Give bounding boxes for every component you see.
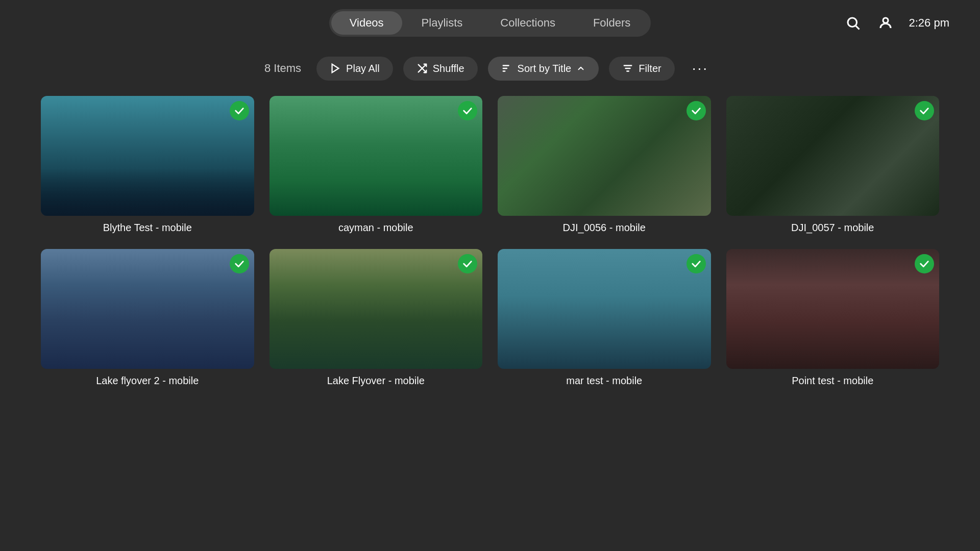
tab-folders[interactable]: Folders bbox=[575, 11, 649, 35]
video-title-dji57: DJI_0057 - mobile bbox=[791, 222, 874, 234]
svg-point-0 bbox=[848, 18, 857, 27]
filter-button[interactable]: Filter bbox=[609, 57, 674, 81]
video-item-blythe[interactable]: Blythe Test - mobile bbox=[41, 96, 254, 234]
video-item-martest[interactable]: mar test - mobile bbox=[498, 249, 711, 387]
svg-marker-3 bbox=[332, 64, 339, 73]
video-item-cayman[interactable]: cayman - mobile bbox=[270, 96, 483, 234]
video-item-lakeflyover[interactable]: Lake Flyover - mobile bbox=[270, 249, 483, 387]
more-options-button[interactable]: ··· bbox=[685, 56, 716, 81]
video-thumb-cayman bbox=[270, 96, 483, 216]
video-thumb-lake2 bbox=[41, 249, 254, 369]
toolbar: 8 Items Play All Shuffle Sort by Title F… bbox=[0, 46, 980, 96]
video-thumb-lakeflyover bbox=[270, 249, 483, 369]
check-badge-martest bbox=[687, 254, 706, 273]
video-item-dji56[interactable]: DJI_0056 - mobile bbox=[498, 96, 711, 234]
check-badge-dji56 bbox=[687, 101, 706, 120]
svg-line-1 bbox=[855, 26, 859, 30]
shuffle-button[interactable]: Shuffle bbox=[403, 57, 478, 81]
check-badge-dji57 bbox=[915, 101, 934, 120]
video-title-blythe: Blythe Test - mobile bbox=[103, 222, 192, 234]
user-button[interactable] bbox=[876, 14, 895, 32]
check-badge-lakeflyover bbox=[458, 254, 477, 273]
check-badge-lake2 bbox=[230, 254, 249, 273]
items-count: 8 Items bbox=[264, 62, 301, 75]
top-right-controls: 2:26 pm bbox=[844, 14, 950, 32]
video-item-dji57[interactable]: DJI_0057 - mobile bbox=[726, 96, 940, 234]
tab-collections[interactable]: Collections bbox=[482, 11, 574, 35]
check-badge-blythe bbox=[230, 101, 249, 120]
video-thumb-blythe bbox=[41, 96, 254, 216]
video-title-pointtest: Point test - mobile bbox=[792, 375, 873, 387]
tab-playlists[interactable]: Playlists bbox=[403, 11, 481, 35]
top-bar: Videos Playlists Collections Folders 2:2… bbox=[0, 0, 980, 46]
video-title-dji56: DJI_0056 - mobile bbox=[563, 222, 646, 234]
video-thumb-dji56 bbox=[498, 96, 711, 216]
video-item-lake2[interactable]: Lake flyover 2 - mobile bbox=[41, 249, 254, 387]
video-title-martest: mar test - mobile bbox=[566, 375, 642, 387]
time-display: 2:26 pm bbox=[909, 16, 950, 30]
search-button[interactable] bbox=[844, 14, 862, 32]
video-title-cayman: cayman - mobile bbox=[338, 222, 413, 234]
video-thumb-martest bbox=[498, 249, 711, 369]
video-title-lakeflyover: Lake Flyover - mobile bbox=[327, 375, 425, 387]
video-grid: Blythe Test - mobile cayman - mobile DJI… bbox=[0, 96, 980, 387]
check-badge-cayman bbox=[458, 101, 477, 120]
video-item-pointtest[interactable]: Point test - mobile bbox=[726, 249, 940, 387]
check-badge-pointtest bbox=[915, 254, 934, 273]
tab-videos[interactable]: Videos bbox=[331, 11, 402, 35]
play-all-button[interactable]: Play All bbox=[316, 57, 393, 81]
nav-tabs: Videos Playlists Collections Folders bbox=[329, 9, 651, 37]
video-thumb-pointtest bbox=[726, 249, 940, 369]
sort-button[interactable]: Sort by Title bbox=[488, 57, 599, 81]
svg-point-2 bbox=[883, 18, 888, 23]
video-thumb-dji57 bbox=[726, 96, 940, 216]
video-title-lake2: Lake flyover 2 - mobile bbox=[96, 375, 199, 387]
